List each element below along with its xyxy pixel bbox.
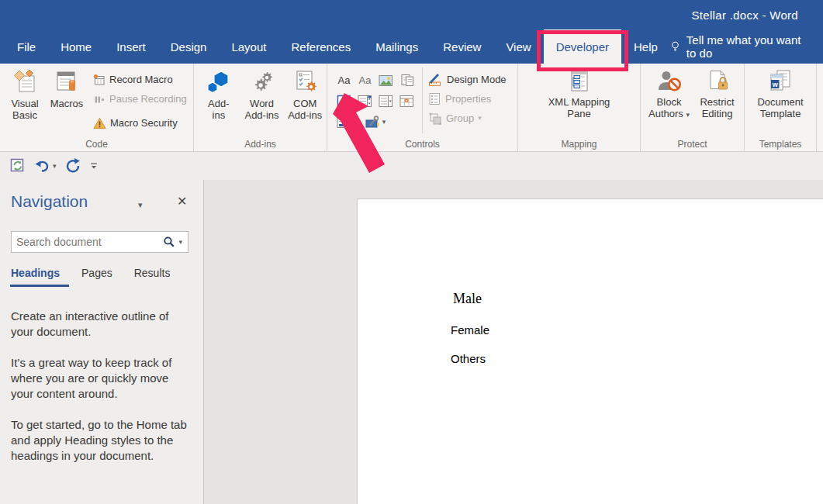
picture-content-control-button[interactable] (377, 72, 396, 89)
block-authors-icon (657, 70, 682, 93)
dropdown-caret-icon: ▾ (382, 119, 386, 126)
macros-icon (55, 70, 78, 95)
search-options-caret-icon[interactable]: ▾ (175, 239, 188, 246)
building-block-icon (400, 74, 414, 87)
properties-icon (428, 92, 441, 105)
nav-help-paragraph: To get started, go to the Home tab and a… (11, 417, 194, 464)
repeating-section-content-control-button[interactable] (335, 114, 354, 131)
document-title: Stellar .docx - Word (692, 9, 823, 22)
com-addins-button[interactable]: COM Add-ins (283, 67, 327, 133)
macros-button[interactable]: Macros (48, 67, 85, 133)
dropdown-list-content-control-button[interactable] (377, 93, 396, 110)
tab-insert[interactable]: Insert (104, 29, 158, 64)
save-icon (9, 157, 26, 174)
tab-layout[interactable]: Layout (219, 29, 278, 64)
customize-qat-icon (89, 161, 99, 171)
visual-basic-button[interactable]: Visual Basic (5, 67, 45, 133)
document-line[interactable]: Female (451, 323, 489, 337)
combo-box-content-control-button[interactable] (356, 93, 375, 110)
building-block-gallery-content-control-button[interactable] (398, 72, 417, 89)
legacy-tools-icon (365, 116, 382, 129)
tab-home[interactable]: Home (48, 29, 104, 64)
group-button: Group ▾ (428, 109, 507, 128)
block-authors-button[interactable]: Block Authors ▾ (645, 67, 693, 133)
nav-help-paragraph: It’s a great way to keep track of where … (11, 355, 194, 402)
visual-basic-icon (12, 70, 37, 95)
document-area: Male Female Others (204, 180, 823, 504)
tab-mailings[interactable]: Mailings (363, 29, 431, 64)
ribbon-group-protect: Block Authors ▾ Restrict Editing Protect (641, 64, 745, 151)
tab-developer[interactable]: Developer (544, 29, 621, 64)
date-picker-icon (399, 95, 414, 108)
properties-button: Properties (428, 89, 507, 109)
tab-review[interactable]: Review (431, 29, 493, 64)
rich-text-content-control-button[interactable]: Aa (335, 72, 354, 89)
tab-view[interactable]: View (493, 29, 543, 64)
dropdown-list-icon (379, 95, 393, 108)
xml-mapping-pane-button[interactable]: XML Mapping Pane (521, 67, 638, 133)
word-addins-button[interactable]: Word Add-ins (240, 67, 284, 133)
nav-tab-pages[interactable]: Pages (81, 267, 112, 285)
save-button[interactable] (9, 157, 26, 174)
ribbon-group-templates: w Document Template Templates (745, 64, 817, 151)
group-icon (428, 112, 442, 126)
checkbox-content-control-button[interactable] (335, 93, 354, 110)
restrict-editing-button[interactable]: Restrict Editing (695, 67, 740, 133)
undo-button[interactable]: ▾ (34, 158, 57, 174)
dropdown-caret-icon: ▾ (478, 115, 482, 122)
date-picker-content-control-button[interactable] (398, 93, 417, 110)
search-input[interactable] (12, 236, 163, 248)
pause-recording-button: Pause Recording (93, 89, 187, 109)
xml-mapping-pane-icon (567, 70, 592, 93)
restrict-editing-icon (705, 70, 730, 93)
addins-button[interactable]: Add- ins (197, 67, 240, 133)
document-page[interactable]: Male Female Others (357, 198, 823, 504)
redo-button[interactable] (64, 157, 81, 174)
search-icon[interactable] (163, 236, 175, 248)
tab-file[interactable]: File (5, 29, 48, 64)
workspace: Navigation ▾ ✕ ▾ Headings Pages Results … (0, 180, 823, 504)
dropdown-caret-icon: ▾ (686, 111, 690, 119)
search-box: ▾ (11, 231, 188, 253)
record-macro-button[interactable]: Record Macro (93, 70, 187, 89)
ribbon-group-code: Visual Basic Macros (0, 64, 194, 151)
document-template-icon: w (767, 70, 794, 93)
ribbon-group-mapping: XML Mapping Pane Mapping (518, 64, 641, 151)
plain-text-content-control-button[interactable]: Aa (356, 72, 375, 89)
ribbon: Visual Basic Macros (0, 64, 823, 152)
navigation-close-icon[interactable]: ✕ (177, 194, 187, 209)
undo-dropdown-caret-icon[interactable]: ▾ (53, 163, 57, 170)
document-template-button[interactable]: w Document Template (750, 67, 811, 133)
customize-qat-button[interactable] (89, 161, 99, 171)
combo-box-icon (358, 95, 372, 108)
ribbon-tab-bar: File Home Insert Design Layout Reference… (0, 29, 823, 64)
document-line[interactable]: Others (451, 352, 486, 365)
picture-icon (379, 74, 393, 87)
lightbulb-icon (670, 40, 680, 54)
nav-help-paragraph: Create an interactive outline of your do… (11, 309, 194, 340)
legacy-tools-button[interactable]: ▾ (360, 114, 391, 131)
design-mode-icon (428, 73, 443, 87)
record-macro-icon (93, 74, 105, 86)
tell-me-box[interactable]: Tell me what you want to do (670, 29, 823, 64)
navigation-options-caret-icon[interactable]: ▾ (138, 200, 143, 210)
macro-security-icon (93, 117, 106, 129)
nav-tab-results[interactable]: Results (134, 267, 171, 285)
com-addins-icon (292, 70, 317, 95)
tab-references[interactable]: References (278, 29, 363, 64)
addins-icon (206, 70, 231, 95)
word-addins-icon (250, 70, 275, 95)
tab-help[interactable]: Help (621, 29, 670, 64)
undo-icon (34, 158, 51, 174)
document-line[interactable]: Male (453, 291, 482, 307)
nav-tab-headings[interactable]: Headings (11, 267, 60, 285)
quick-access-toolbar: ▾ (0, 152, 823, 180)
svg-text:w: w (772, 81, 779, 88)
design-mode-button[interactable]: Design Mode (428, 70, 507, 89)
checkbox-icon (337, 95, 351, 108)
pause-recording-icon (93, 93, 105, 105)
macro-security-button[interactable]: Macro Security (93, 113, 187, 133)
repeating-section-icon (337, 116, 351, 129)
word-window: Stellar .docx - Word File Home Insert De… (0, 0, 823, 504)
tab-design[interactable]: Design (158, 29, 220, 64)
